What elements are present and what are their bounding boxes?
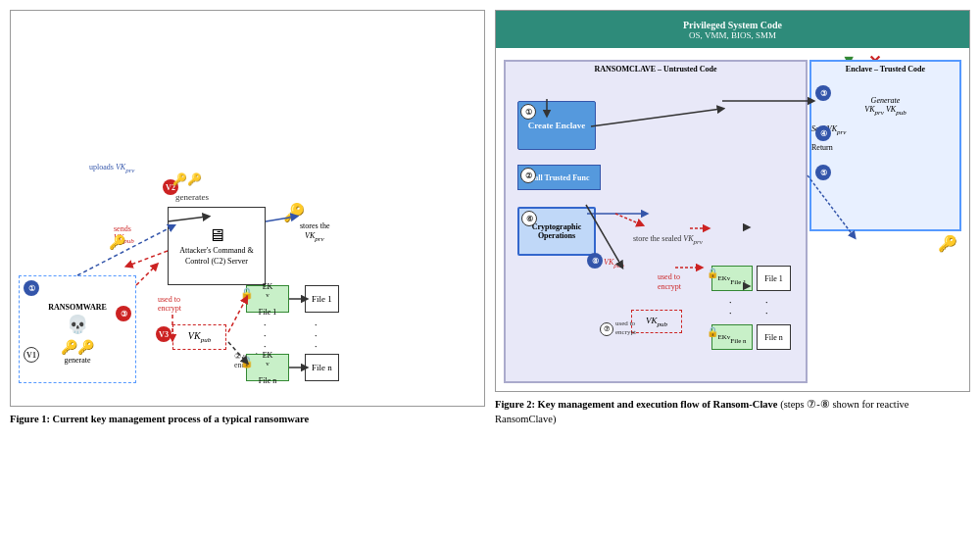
dots-fig1: ··· xyxy=(264,319,267,352)
untrusted-box: RANSOMCLAVE – Untrusted Code ① Create En… xyxy=(504,60,808,383)
stores-the-label: stores the xyxy=(300,221,329,230)
badge-5-fig2: ⑤ xyxy=(815,165,831,180)
badge-1: ① xyxy=(24,280,39,296)
vkprv-label-stored: VKprv xyxy=(305,231,324,243)
svg-line-1 xyxy=(128,251,168,266)
vkpub-box-fig1: VKpub xyxy=(172,324,226,350)
used-encrypt-7: used toencrypt xyxy=(615,319,636,337)
red-key-icon: 🔑🔑 xyxy=(172,172,202,187)
badge-7-fig2: ⑦ xyxy=(600,322,613,336)
attacker-server-box: 🖥 Attacker's Command & Control (C2) Serv… xyxy=(168,207,266,285)
lock-icon-2: 🔒 xyxy=(240,356,254,368)
badge-6-enclave: ⑥ xyxy=(521,211,537,226)
dots-fig1b: ··· xyxy=(315,319,318,352)
file1-box-fig1a: File 1 xyxy=(305,285,339,313)
svg-line-5 xyxy=(228,299,246,332)
return-label: Return xyxy=(811,143,959,152)
create-enclave-box: ① Create Enclave xyxy=(517,101,596,150)
crypto-ops-box: ⑥ Cryptographic Operations xyxy=(517,207,596,256)
badge-2-enclave: ② xyxy=(520,168,536,183)
figure-1-caption: Figure 1: Current key management process… xyxy=(10,413,485,427)
svg-line-9 xyxy=(136,266,156,285)
lock-fig2-2: 🔒 xyxy=(707,326,718,337)
attacker-server-label: Attacker's Command & Control (C2) Server xyxy=(169,246,265,267)
filen-fig2: File n xyxy=(757,324,791,350)
ransomclave-label: RANSOMCLAVE – Untrusted Code xyxy=(506,62,806,77)
call-trusted-label: Call Trusted Func xyxy=(529,173,590,182)
dots-fig2a: ·· xyxy=(729,297,732,318)
filen-box-fig1a: File n xyxy=(305,354,339,381)
generates-label: generates xyxy=(175,192,209,202)
lock-fig2-1: 🔒 xyxy=(707,268,718,278)
badge-1-enclave: ① xyxy=(520,104,536,120)
main-container: ① RANSOMWARE 💀 ③ V1 🔑🔑 generate 🖥 Attack… xyxy=(10,10,970,426)
server-icon: 🖥 xyxy=(208,225,225,246)
uploads-label: uploads VKprv xyxy=(89,163,134,174)
priv-subtitle: OS, VMM, BIOS, SMM xyxy=(689,30,776,40)
badge-3-fig2: ③ xyxy=(815,85,831,101)
file1-fig2: File 1 xyxy=(757,266,791,291)
dots-fig2b: ·· xyxy=(765,297,768,318)
stored-key-icon: 🔑 xyxy=(283,202,305,223)
vkpub-label-fig2: VKpub xyxy=(604,258,624,270)
call-trusted-box: ② Call Trusted Func xyxy=(517,165,601,190)
figure-1-diagram: ① RANSOMWARE 💀 ③ V1 🔑🔑 generate 🖥 Attack… xyxy=(10,10,485,407)
pink-key-icon: 🔑 xyxy=(109,234,125,251)
ransomware-box: ① RANSOMWARE 💀 ③ V1 🔑🔑 generate xyxy=(19,275,136,383)
lock-icon-1: 🔒 xyxy=(240,287,254,300)
used-encrypt-label-1: used toencrypt xyxy=(158,295,181,313)
figure-1-panel: ① RANSOMWARE 💀 ③ V1 🔑🔑 generate 🖥 Attack… xyxy=(10,10,485,426)
badge-8-fig2: ⑧ xyxy=(587,253,603,269)
v3-badge: V3 xyxy=(156,326,172,342)
caption-2-bold: Figure 2: Key management and execution f… xyxy=(495,399,778,410)
store-sealed-label: store the sealed VKprv xyxy=(633,234,703,246)
figure-2-panel: Privileged System Code OS, VMM, BIOS, SM… xyxy=(495,10,970,426)
priv-title: Privileged System Code xyxy=(683,20,782,30)
vkpub-box-fig2: VKpub xyxy=(631,310,682,333)
v1-badge: V1 xyxy=(24,347,39,363)
keys-icon-bottom: 🔑🔑 xyxy=(61,339,94,356)
used-encrypt-8: used toencrypt xyxy=(658,272,681,293)
create-enclave-label: Create Enclave xyxy=(528,121,586,130)
generate-vk-label: GenerateVKprv VKpub xyxy=(811,96,959,117)
privileged-header: Privileged System Code OS, VMM, BIOS, SM… xyxy=(496,11,969,48)
skull-icon: 💀 xyxy=(67,314,88,335)
generate-label: generate xyxy=(64,356,90,365)
badge-4-fig2: ④ xyxy=(815,125,831,141)
caption-1-text: Figure 1: Current key management process… xyxy=(10,414,309,424)
sealed-key-icon: 🔑 xyxy=(938,234,957,253)
figure-2-caption: Figure 2: Key management and execution f… xyxy=(495,398,970,426)
figure-2-diagram: Privileged System Code OS, VMM, BIOS, SM… xyxy=(495,10,970,392)
enclave-label: Enclave – Trusted Code xyxy=(811,62,959,76)
ransomware-label: RANSOMWARE xyxy=(48,303,107,312)
seal-label: Seal VKprv xyxy=(811,124,959,136)
badge-3: ③ xyxy=(116,306,131,321)
enclave-box: Enclave – Trusted Code ③ GenerateVKprv V… xyxy=(809,60,961,231)
